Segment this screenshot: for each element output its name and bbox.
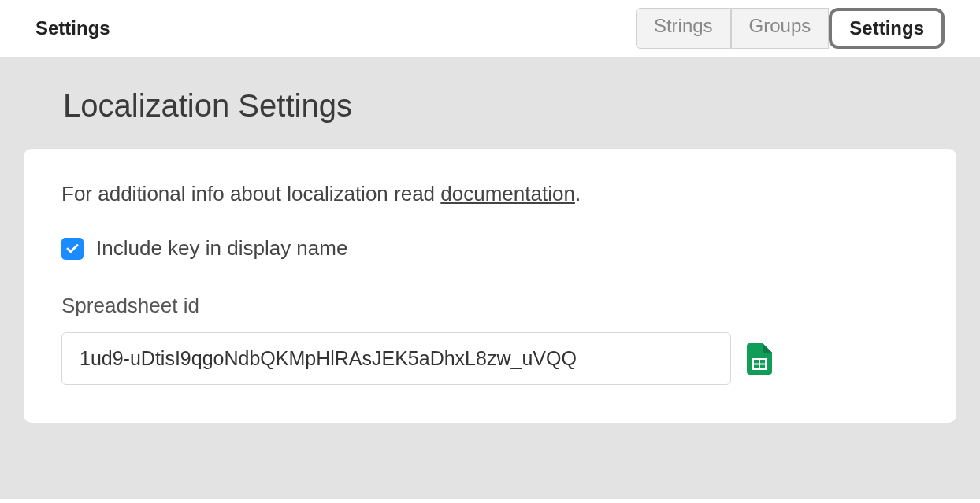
tab-settings[interactable]: Settings xyxy=(829,8,945,49)
spreadsheet-row xyxy=(61,332,919,385)
spreadsheet-id-input[interactable] xyxy=(61,332,731,385)
documentation-link[interactable]: documentation xyxy=(440,182,575,205)
include-key-checkbox[interactable] xyxy=(61,238,84,260)
tab-strings[interactable]: Strings xyxy=(636,8,731,49)
info-text: For additional info about localization r… xyxy=(61,182,919,206)
checkmark-icon xyxy=(65,242,80,256)
header-bar: Settings Strings Groups Settings xyxy=(0,0,980,58)
settings-card: For additional info about localization r… xyxy=(24,149,956,423)
spreadsheet-id-label: Spreadsheet id xyxy=(61,294,919,318)
google-sheets-icon[interactable] xyxy=(747,343,772,375)
include-key-label: Include key in display name xyxy=(96,236,347,261)
tab-groups[interactable]: Groups xyxy=(731,8,830,49)
info-prefix: For additional info about localization r… xyxy=(61,182,440,205)
info-suffix: . xyxy=(575,182,581,205)
page-title: Localization Settings xyxy=(0,58,980,149)
include-key-row: Include key in display name xyxy=(61,236,919,261)
tabs: Strings Groups Settings xyxy=(636,8,945,49)
content-area: Localization Settings For additional inf… xyxy=(0,58,980,499)
header-title: Settings xyxy=(35,17,110,39)
